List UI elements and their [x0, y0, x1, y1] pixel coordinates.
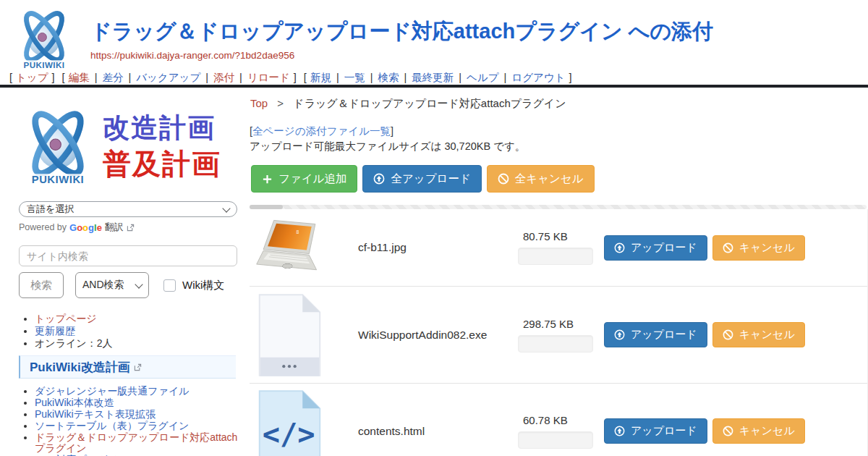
- nav-backup-link[interactable]: バックアップ: [136, 72, 200, 83]
- plus-icon: [262, 174, 273, 185]
- sidebar-link-top-page[interactable]: トップページ: [35, 313, 97, 324]
- search-controls: 検索 AND検索 Wiki構文: [19, 272, 224, 298]
- language-select-value: 言語を選択: [27, 203, 74, 216]
- pukiwiki-kaizou-link[interactable]: PukiWiki改造計画: [30, 359, 130, 376]
- nav-help-link[interactable]: ヘルプ: [467, 72, 499, 83]
- nav-recent-link[interactable]: 最終更新: [412, 72, 454, 83]
- nav-bracket: ]: [52, 72, 55, 83]
- list-item: ダジャレンジャー版共通ファイル: [35, 386, 246, 397]
- nav-top-link[interactable]: トップ: [16, 72, 48, 83]
- cancel-button[interactable]: キャンセル: [712, 418, 805, 444]
- file-row: </> contents.html 60.78 KB アップロード キャンセル: [250, 384, 867, 456]
- nav-bracket: ]: [294, 72, 297, 83]
- upload-button[interactable]: アップロード: [604, 235, 707, 261]
- nav-edit-link[interactable]: 編集: [69, 72, 90, 83]
- nav-reload-link[interactable]: リロード: [247, 72, 290, 83]
- circle-arrow-up-icon: [614, 242, 625, 253]
- cancel-button[interactable]: キャンセル: [712, 322, 805, 347]
- cancel-button[interactable]: キャンセル: [712, 235, 805, 261]
- list-item: PukiWikiテキスト表現拡張: [35, 409, 246, 420]
- svg-text:8: 8: [296, 229, 299, 235]
- sidebar-link-attach-plugin[interactable]: ドラッグ＆ドロップアップロード対応attachプラグイン: [35, 431, 237, 454]
- nav-diff-link[interactable]: 差分: [102, 72, 123, 83]
- nav-pipe: |: [336, 72, 339, 83]
- circle-arrow-up-icon: [614, 329, 625, 340]
- nav-new-link[interactable]: 新規: [310, 72, 331, 83]
- page-url-link[interactable]: https://pukiwiki.dajya-ranger.com/?1bd2d…: [90, 50, 294, 61]
- nav-bracket: [: [9, 72, 12, 83]
- sidebar-link-sort-table[interactable]: ソートテーブル（表）プラグイン: [35, 420, 189, 431]
- nav-list-link[interactable]: 一覧: [344, 72, 365, 83]
- upload-button[interactable]: アップロード: [604, 418, 707, 444]
- wiki-syntax-checkbox[interactable]: [163, 279, 176, 292]
- sidebar-logo[interactable]: PUKIWIKI 改造計画 普及計画: [17, 106, 239, 188]
- chevron-down-icon: [135, 280, 142, 288]
- file-actions: アップロード キャンセル: [604, 235, 805, 261]
- nav-pipe: |: [95, 72, 98, 83]
- atom-logo-icon: PUKIWIKI: [17, 106, 98, 188]
- cancel-all-button[interactable]: 全キャンセル: [487, 165, 595, 193]
- nav-search-link[interactable]: 検索: [378, 72, 399, 83]
- list-item: PukiWiki本体改造: [35, 397, 246, 408]
- circle-arrow-up-icon: [614, 426, 625, 436]
- sidebar-section-heading: PukiWiki改造計画: [19, 355, 236, 379]
- list-item: オンライン：2人: [35, 337, 246, 349]
- nav-pipe: |: [239, 72, 242, 83]
- google-wordmark: Google: [69, 222, 102, 233]
- file-icon: </>: [255, 388, 324, 456]
- bracket: ]: [391, 125, 393, 137]
- search-mode-select[interactable]: AND検索: [75, 272, 149, 298]
- file-progress-bar: [518, 248, 593, 265]
- nav-attach-link[interactable]: 添付: [213, 72, 234, 83]
- max-upload-size-text: アップロード可能最大ファイルサイズは 30,720KB です。: [250, 140, 525, 153]
- upload-all-button[interactable]: 全アップロード: [362, 165, 481, 193]
- sidebar-plugin-links: ダジャレンジャー版共通ファイル PukiWiki本体改造 PukiWikiテキス…: [20, 386, 246, 456]
- search-button[interactable]: 検索: [19, 272, 64, 298]
- nav-logout-link[interactable]: ログアウト: [511, 72, 565, 83]
- sidebar-link-core-mod[interactable]: PukiWiki本体改造: [35, 397, 114, 408]
- breadcrumb-home-link[interactable]: Top: [250, 97, 268, 109]
- upload-button[interactable]: アップロード: [604, 322, 707, 347]
- file-progress-bar: [518, 431, 593, 449]
- wiki-syntax-label: Wiki構文: [182, 279, 224, 292]
- atom-logo-icon: PUKIWIKI: [13, 4, 75, 74]
- sidebar-top-links: トップページ 更新履歴 オンライン：2人: [20, 313, 246, 350]
- external-link-icon: [127, 224, 135, 232]
- nav-pipe: |: [504, 72, 507, 83]
- breadcrumb-separator: >: [277, 97, 284, 109]
- slogan-line-2: 普及計画: [103, 149, 221, 180]
- circle-arrow-up-icon: [373, 173, 385, 185]
- nav-bracket: ]: [569, 72, 572, 83]
- sidebar-link-common-files[interactable]: ダジャレンジャー版共通ファイル: [35, 385, 190, 397]
- list-item: トップページ: [35, 313, 246, 324]
- generic-file-icon: [255, 292, 324, 379]
- attach-list-line: [全ページの添付ファイル一覧]: [250, 124, 393, 138]
- sidebar-link-update-history[interactable]: 更新履歴: [35, 325, 75, 337]
- add-file-button[interactable]: ファイル追加: [251, 165, 357, 193]
- brand-text: PUKIWIKI: [24, 60, 65, 69]
- attach-file-list-link[interactable]: 全ページの添付ファイル一覧: [252, 125, 391, 137]
- file-name: cf-b11.jpg: [324, 241, 518, 254]
- powered-by-text: Powered by: [19, 222, 67, 232]
- file-size: 298.75 KB: [518, 318, 604, 330]
- file-size: 60.78 KB: [518, 414, 604, 426]
- list-item: ソートテーブル（表）プラグイン: [35, 421, 246, 431]
- file-actions: アップロード キャンセル: [604, 418, 805, 444]
- file-size-cell: 298.75 KB: [518, 318, 604, 352]
- svg-text:</>: </>: [263, 418, 315, 452]
- file-size: 80.75 KB: [518, 230, 604, 242]
- language-select[interactable]: 言語を選択: [19, 201, 237, 217]
- translate-link[interactable]: 翻訳: [105, 221, 124, 234]
- file-actions: アップロード キャンセル: [604, 322, 805, 347]
- pukiwiki-logo[interactable]: PUKIWIKI: [13, 4, 75, 74]
- sidebar-link-text-ext[interactable]: PukiWikiテキスト表現拡張: [35, 408, 156, 420]
- list-item: ドラッグ＆ドロップアップロード対応attachプラグイン: [35, 432, 246, 455]
- ban-circle-icon: [723, 426, 733, 436]
- sidebar-slogan: 改造計画 普及計画: [103, 114, 221, 180]
- site-search-input[interactable]: [19, 245, 237, 266]
- file-size-cell: 60.78 KB: [518, 414, 604, 449]
- ban-circle-icon: [723, 329, 733, 340]
- slogan-line-1: 改造計画: [103, 114, 221, 143]
- header-divider: [0, 85, 868, 88]
- file-thumbnail: 8: [255, 216, 324, 279]
